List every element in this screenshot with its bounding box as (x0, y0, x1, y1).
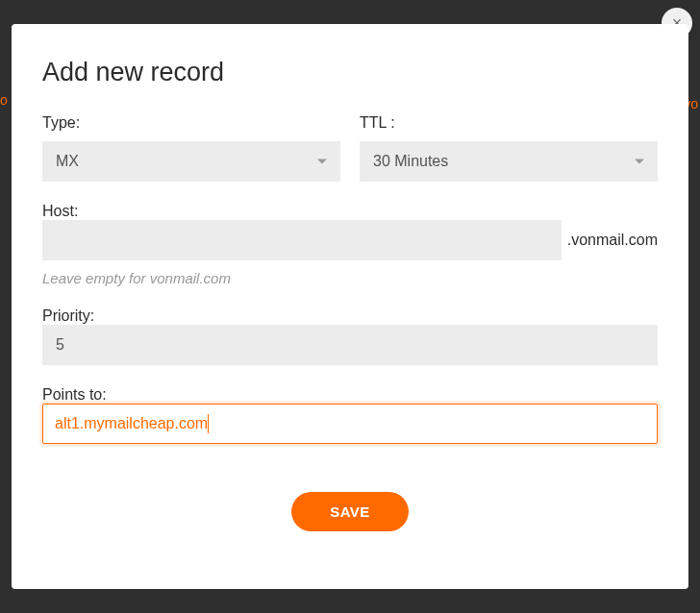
priority-input[interactable] (42, 325, 658, 365)
host-field: Host: .vonmail.com Leave empty for vonma… (42, 203, 658, 286)
type-ttl-row: Type: MX TTL : 30 Minutes (42, 114, 658, 182)
points-to-label: Points to: (42, 386, 107, 403)
host-input-row: .vonmail.com (42, 220, 658, 260)
add-record-modal: Add new record Type: MX TTL : 30 Minutes… (12, 24, 688, 589)
ttl-label: TTL : (360, 114, 658, 132)
chevron-down-icon (635, 159, 644, 164)
save-button[interactable]: SAVE (291, 492, 409, 531)
type-value: MX (56, 153, 79, 170)
points-to-field: Points to: alt1.mymailcheap.com (42, 386, 658, 444)
type-field: Type: MX (42, 114, 340, 182)
ttl-field: TTL : 30 Minutes (360, 114, 658, 182)
modal-title: Add new record (42, 58, 658, 87)
host-input[interactable] (42, 220, 562, 260)
points-to-input[interactable]: alt1.mymailcheap.com (42, 404, 658, 444)
priority-field: Priority: (42, 307, 658, 365)
host-suffix: .vonmail.com (567, 232, 658, 249)
type-select[interactable]: MX (42, 141, 340, 182)
save-row: SAVE (42, 492, 658, 531)
priority-label: Priority: (42, 307, 94, 324)
text-cursor-icon (208, 414, 209, 433)
host-hint: Leave empty for vonmail.com (42, 270, 658, 286)
points-to-value: alt1.mymailcheap.com (55, 415, 208, 432)
type-label: Type: (42, 114, 340, 132)
ttl-value: 30 Minutes (373, 153, 448, 170)
ttl-select[interactable]: 30 Minutes (360, 141, 658, 182)
host-label: Host: (42, 203, 78, 219)
backdrop-text-left: o (0, 92, 8, 108)
chevron-down-icon (317, 159, 327, 164)
